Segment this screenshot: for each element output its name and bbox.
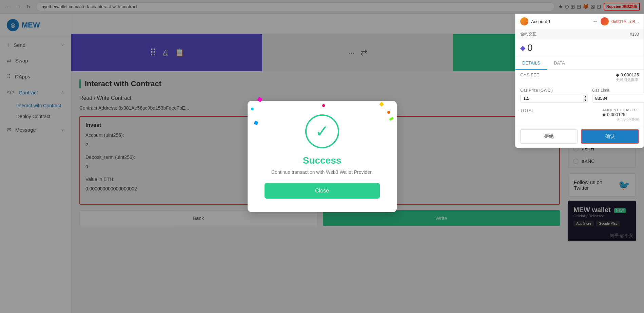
total-sub: 无可用兑换率	[602, 117, 639, 122]
account-avatar	[520, 17, 528, 25]
amount-gas-label: AMOUNT + GAS FEE	[602, 108, 639, 112]
gas-fee-value: ◆ 0.000125	[616, 72, 639, 77]
mm-address: 0x901A...cB...	[611, 19, 639, 24]
metamask-popup: Account 1 → 0x901A...cB... 合约交互 #138 ◆ 0…	[515, 14, 644, 148]
check-icon: ✓	[315, 122, 329, 141]
gas-price-up[interactable]: ▲	[583, 95, 588, 98]
gas-price-down[interactable]: ▼	[583, 98, 588, 102]
eth-amount: 0	[527, 42, 533, 53]
mm-total-row: TOTAL AMOUNT + GAS FEE ◆ 0.000125 无可用兑换率	[515, 105, 644, 125]
confetti-piece	[389, 117, 393, 121]
tab-data[interactable]: DATA	[547, 57, 572, 69]
success-message: Continue transaction with Web3 Wallet Pr…	[265, 169, 380, 175]
success-circle: ✓	[305, 114, 339, 148]
mm-account-label: Account 1	[531, 19, 590, 24]
address-avatar	[601, 17, 609, 25]
gas-price-input-wrap: ▲ ▼	[520, 94, 588, 103]
gas-fee-label: GAS FEE	[520, 72, 539, 77]
mm-header: Account 1 → 0x901A...cB...	[515, 14, 644, 29]
gas-limit-group: Gas Limit ▲ ▼	[592, 88, 644, 103]
total-value: ◆ 0.000125	[602, 112, 639, 117]
block-number: #138	[630, 32, 639, 37]
gas-fee-sub: 无可用兑换率	[616, 77, 639, 82]
contract-interact-label: 合约交互	[520, 31, 536, 37]
success-modal: ✓ Success Continue transaction with Web3…	[248, 101, 397, 212]
gas-limit-label: Gas Limit	[592, 88, 644, 93]
mm-actions: 拒绝 确认	[515, 125, 644, 148]
confirm-button[interactable]: 确认	[581, 129, 639, 144]
eth-icon: ◆	[520, 44, 525, 52]
success-title: Success	[265, 155, 380, 166]
gas-limit-input[interactable]	[592, 94, 644, 102]
reject-button[interactable]: 拒绝	[520, 129, 578, 144]
tab-details[interactable]: DETAILS	[515, 57, 547, 70]
confetti-piece	[254, 121, 258, 125]
confetti-piece	[379, 102, 384, 107]
mm-eth-display: ◆ 0	[515, 39, 644, 57]
gas-limit-input-wrap: ▲ ▼	[592, 94, 644, 103]
gas-price-input[interactable]	[521, 94, 583, 102]
mm-tabs: DETAILS DATA	[515, 57, 644, 70]
close-button[interactable]: Close	[265, 183, 380, 199]
confetti-piece	[257, 97, 262, 102]
gas-price-spinners: ▲ ▼	[583, 95, 588, 102]
confetti-piece	[322, 104, 325, 107]
arrow-icon: →	[592, 18, 598, 24]
confetti-piece	[251, 108, 254, 110]
total-label: TOTAL	[520, 108, 534, 122]
mm-gas-fee-row: GAS FEE ◆ 0.000125 无可用兑换率	[515, 70, 644, 85]
gas-price-group: Gas Price (GWEI) ▲ ▼	[520, 88, 588, 103]
mm-gas-inputs: Gas Price (GWEI) ▲ ▼ Gas Limit ▲ ▼	[515, 85, 644, 105]
gas-price-label: Gas Price (GWEI)	[520, 88, 588, 93]
mm-subheader: 合约交互 #138	[515, 29, 644, 39]
confetti-piece	[387, 111, 390, 114]
